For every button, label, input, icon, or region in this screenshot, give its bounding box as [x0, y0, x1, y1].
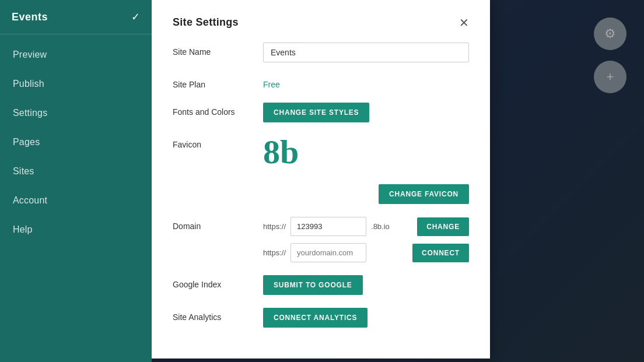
site-plan-control: Free	[263, 75, 469, 90]
fonts-colors-control: CHANGE SITE STYLES	[263, 103, 469, 122]
sidebar-item-help[interactable]: Help	[0, 215, 152, 244]
domain-value-input[interactable]	[290, 217, 366, 236]
sidebar-item-account[interactable]: Account	[0, 186, 152, 215]
site-analytics-row: Site Analytics CONNECT ANALYTICS	[173, 308, 469, 328]
site-name-control	[263, 43, 469, 62]
change-favicon-button[interactable]: CHANGE FAVICON	[379, 184, 469, 204]
google-index-control: SUBMIT TO GOOGLE	[263, 275, 469, 295]
modal-overlay: Site Settings ✕ Site Name Site Plan Free…	[152, 0, 644, 362]
domain-inputs: https:// .8b.io CHANGE https:// CONNECT	[263, 217, 469, 262]
modal-title: Site Settings	[173, 16, 239, 29]
sidebar-item-sites[interactable]: Sites	[0, 157, 152, 186]
site-settings-modal: Site Settings ✕ Site Name Site Plan Free…	[152, 0, 490, 359]
site-name-input[interactable]	[263, 43, 469, 62]
domain-suffix: .8b.io	[371, 222, 390, 231]
submit-google-button[interactable]: SUBMIT TO GOOGLE	[263, 275, 363, 295]
sidebar-item-publish[interactable]: Publish	[0, 69, 152, 99]
domain-prefix: https://	[263, 222, 286, 231]
modal-close-button[interactable]: ✕	[459, 17, 469, 29]
favicon-row: Favicon 8b CHANGE FAVICON	[173, 135, 469, 204]
site-plan-label: Site Plan	[173, 75, 263, 89]
favicon-content: 8b CHANGE FAVICON	[263, 135, 469, 204]
fonts-colors-label: Fonts and Colors	[173, 103, 263, 117]
domain-custom-prefix: https://	[263, 248, 286, 257]
favicon-display: 8b	[263, 135, 469, 169]
domain-custom-input[interactable]	[290, 243, 366, 262]
sidebar-nav: Preview Publish Settings Pages Sites Acc…	[0, 34, 152, 244]
site-analytics-control: CONNECT ANALYTICS	[263, 308, 469, 328]
favicon-area: 8b CHANGE FAVICON	[263, 135, 469, 204]
favicon-label: Favicon	[173, 135, 263, 149]
sidebar-item-settings[interactable]: Settings	[0, 99, 152, 128]
site-name-row: Site Name	[173, 43, 469, 62]
connect-analytics-button[interactable]: CONNECT ANALYTICS	[263, 308, 368, 328]
sidebar-item-pages[interactable]: Pages	[0, 128, 152, 157]
sidebar-header: Events ✓	[0, 0, 152, 34]
favicon-btn-row: CHANGE FAVICON	[263, 180, 469, 204]
site-analytics-label: Site Analytics	[173, 308, 263, 322]
domain-change-button[interactable]: CHANGE	[417, 217, 469, 236]
site-plan-link[interactable]: Free	[263, 75, 280, 89]
site-plan-row: Site Plan Free	[173, 75, 469, 90]
google-index-label: Google Index	[173, 275, 263, 289]
domain-connect-button[interactable]: CONNECT	[412, 244, 469, 262]
site-name-label: Site Name	[173, 43, 263, 57]
modal-header: Site Settings ✕	[173, 16, 469, 29]
change-styles-button[interactable]: CHANGE SITE STYLES	[263, 103, 369, 122]
sidebar-item-preview[interactable]: Preview	[0, 40, 152, 69]
fonts-colors-row: Fonts and Colors CHANGE SITE STYLES	[173, 103, 469, 122]
google-index-row: Google Index SUBMIT TO GOOGLE	[173, 275, 469, 295]
domain-line-8b: https:// .8b.io CHANGE	[263, 217, 469, 236]
check-icon: ✓	[131, 10, 140, 23]
domain-label: Domain	[173, 217, 263, 231]
domain-line-custom: https:// CONNECT	[263, 243, 469, 262]
domain-row: Domain https:// .8b.io CHANGE https:// C…	[173, 217, 469, 262]
sidebar-title: Events	[12, 11, 48, 23]
sidebar: Events ✓ Preview Publish Settings Pages …	[0, 0, 152, 362]
main-area: ⚙ + Site Settings ✕ Site Name Site Plan	[152, 0, 644, 362]
